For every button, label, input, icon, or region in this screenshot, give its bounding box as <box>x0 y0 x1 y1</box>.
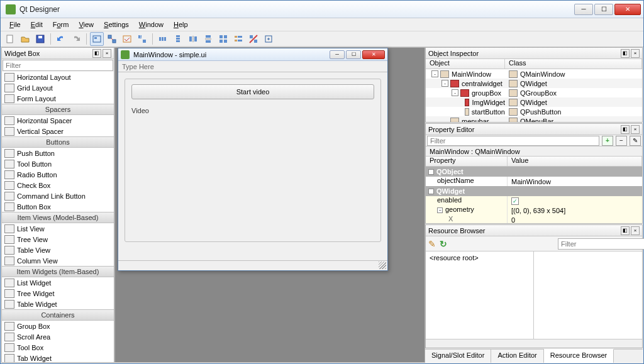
form-menubar[interactable]: Type Here <box>118 61 387 72</box>
object-row[interactable]: ImgWidgetQWidget <box>426 97 642 107</box>
undock-icon[interactable]: ◧ <box>621 49 630 58</box>
minimize-button[interactable]: ─ <box>574 4 593 15</box>
edit-taborder-icon[interactable]: 1 <box>135 32 149 46</box>
property-row[interactable]: X0 <box>426 215 642 223</box>
layout-horizontal-icon[interactable] <box>156 32 170 46</box>
widget-item[interactable]: Tool Box <box>2 342 114 353</box>
remove-property-icon[interactable]: − <box>616 136 627 146</box>
reload-icon[interactable]: ↻ <box>440 238 447 250</box>
object-row[interactable]: startButtonQPushButton <box>426 107 642 116</box>
open-icon[interactable] <box>18 32 32 46</box>
close-button[interactable]: ✕ <box>614 4 641 15</box>
edit-signals-icon[interactable] <box>105 32 119 46</box>
menu-help[interactable]: Help <box>169 19 193 30</box>
sub-close-icon[interactable]: ✕ <box>362 50 385 59</box>
tab-action-editor[interactable]: Action Editor <box>491 350 543 363</box>
tree-toggle-icon[interactable]: - <box>452 89 458 96</box>
layout-vertical-icon[interactable] <box>171 32 185 46</box>
close-panel-icon[interactable]: × <box>631 49 640 58</box>
widget-item[interactable]: Column View <box>2 255 114 266</box>
adjust-size-icon[interactable] <box>262 32 275 46</box>
property-filter[interactable] <box>427 136 599 146</box>
widget-category[interactable]: Spacers <box>2 104 114 115</box>
resource-tree[interactable]: <resource root> <box>426 251 534 339</box>
sub-minimize-icon[interactable]: ─ <box>330 50 345 59</box>
form-subwindow[interactable]: MainWindow - simple.ui ─ ☐ ✕ Type Here S… <box>118 48 388 271</box>
undo-icon[interactable] <box>54 32 68 46</box>
close-panel-icon[interactable]: × <box>631 226 640 235</box>
property-row[interactable]: objectNameMainWindow <box>426 177 642 186</box>
save-icon[interactable] <box>33 32 47 46</box>
object-tree[interactable]: Object Class -MainWindowQMainWindow-cent… <box>426 59 642 122</box>
edit-resources-icon[interactable]: ✎ <box>428 238 436 250</box>
menu-window[interactable]: Window <box>134 19 169 30</box>
layout-form-icon[interactable] <box>231 32 245 46</box>
config-icon[interactable]: ✎ <box>630 136 641 146</box>
menu-edit[interactable]: Edit <box>26 19 48 30</box>
widget-item[interactable]: Horizontal Spacer <box>2 115 114 126</box>
widget-item[interactable]: Radio Button <box>2 169 114 180</box>
widget-category[interactable]: Buttons <box>2 136 114 148</box>
object-row[interactable]: -centralwidgetQWidget <box>426 79 642 88</box>
widget-item[interactable]: Table Widget <box>2 299 114 309</box>
layout-vsplit-icon[interactable] <box>201 32 215 46</box>
property-group[interactable]: −QObject <box>426 167 642 177</box>
edit-widgets-icon[interactable] <box>90 32 104 46</box>
layout-grid-icon[interactable] <box>216 32 230 46</box>
widget-item[interactable]: Button Box <box>2 201 114 212</box>
widget-item[interactable]: Scroll Area <box>2 331 114 342</box>
new-icon[interactable] <box>3 32 17 46</box>
property-row[interactable]: enabled✓ <box>426 196 642 206</box>
property-group[interactable]: −QWidget <box>426 186 642 196</box>
tree-toggle-icon[interactable]: - <box>431 70 438 77</box>
close-panel-icon[interactable]: × <box>103 49 111 58</box>
sub-maximize-icon[interactable]: ☐ <box>346 50 361 59</box>
widget-item[interactable]: Tab Widget <box>2 353 114 362</box>
undock-icon[interactable]: ◧ <box>621 125 630 134</box>
widget-category[interactable]: Item Views (Model-Based) <box>2 212 114 223</box>
widget-item[interactable]: Form Layout <box>2 93 114 104</box>
widget-item[interactable]: Check Box <box>2 180 114 190</box>
widget-item[interactable]: Push Button <box>2 148 114 158</box>
widget-item[interactable]: Group Box <box>2 321 114 331</box>
menu-settings[interactable]: Settings <box>99 19 134 30</box>
widget-item[interactable]: List Widget <box>2 277 114 288</box>
object-row[interactable]: menubarQMenuBar <box>426 116 642 122</box>
widget-item[interactable]: Tree Widget <box>2 288 114 299</box>
break-layout-icon[interactable] <box>247 32 260 46</box>
widget-category[interactable]: Containers <box>2 309 114 321</box>
form-canvas[interactable]: Start video Video <box>118 72 387 260</box>
menu-file[interactable]: File <box>4 19 26 30</box>
widget-item[interactable]: Vertical Spacer <box>2 126 114 136</box>
object-row[interactable]: -MainWindowQMainWindow <box>426 69 642 79</box>
widget-item[interactable]: Grid Layout <box>2 82 114 93</box>
undock-icon[interactable]: ◧ <box>621 226 630 235</box>
size-grip-icon[interactable] <box>379 262 386 269</box>
object-row[interactable]: -groupBoxQGroupBox <box>426 88 642 97</box>
widget-category[interactable]: Item Widgets (Item-Based) <box>2 266 114 277</box>
scrollbar[interactable] <box>426 339 642 348</box>
widget-item[interactable]: Tool Button <box>2 158 114 169</box>
menu-view[interactable]: View <box>74 19 99 30</box>
add-property-icon[interactable]: + <box>602 136 613 146</box>
close-panel-icon[interactable]: × <box>631 125 640 134</box>
widget-box-filter[interactable] <box>3 60 113 71</box>
widget-item[interactable]: List View <box>2 223 114 234</box>
widget-item[interactable]: Command Link Button <box>2 190 114 201</box>
tree-toggle-icon[interactable]: - <box>441 80 448 87</box>
edit-buddies-icon[interactable] <box>120 32 134 46</box>
property-row[interactable]: −geometry[(0, 0), 639 x 504] <box>426 206 642 215</box>
maximize-button[interactable]: ☐ <box>594 4 613 15</box>
menu-form[interactable]: Form <box>48 19 74 30</box>
resource-filter[interactable] <box>558 238 644 250</box>
checkbox[interactable]: ✓ <box>511 197 519 205</box>
tab-resource-browser[interactable]: Resource Browser <box>544 349 614 363</box>
start-video-button[interactable]: Start video <box>131 84 374 99</box>
widget-list[interactable]: Horizontal LayoutGrid LayoutForm LayoutS… <box>2 72 114 362</box>
tab-signal-slot[interactable]: Signal/Slot Editor <box>425 350 491 363</box>
redo-icon[interactable] <box>69 32 83 46</box>
widget-item[interactable]: Table View <box>2 245 114 255</box>
widget-item[interactable]: Tree View <box>2 234 114 245</box>
groupbox-video[interactable]: Start video Video <box>125 79 381 242</box>
widget-item[interactable]: Horizontal Layout <box>2 72 114 82</box>
